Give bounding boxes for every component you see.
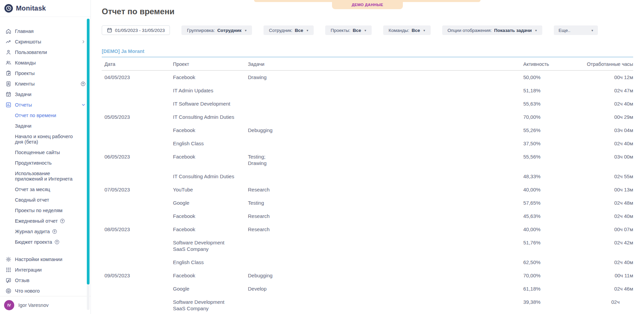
sidebar-subitem[interactable]: Отчет за месяц	[0, 184, 91, 195]
sidebar-subitem[interactable]: Посещенные сайты	[0, 147, 91, 158]
cell-hours: 02ч 40м	[557, 209, 633, 223]
filter-value: Все	[412, 28, 420, 33]
sidebar-subitem[interactable]: Продуктивность	[0, 158, 91, 168]
column-header: Дата	[102, 57, 173, 71]
time-report-section: [DEMO] Ja Morant ДатаПроектЗадачиАктивно…	[102, 49, 633, 314]
cell-project: Facebook	[173, 269, 248, 282]
logo-row[interactable]: Monitask	[0, 0, 91, 17]
sidebar-subitem-label: Начало и конец рабочего дня (бета)	[15, 134, 79, 145]
sidebar-item-label: Команды	[15, 60, 86, 66]
filter-value: Показать задачи	[494, 28, 532, 33]
sidebar-subitem-label: Проекты по неделям	[15, 208, 62, 213]
sidebar-subitem[interactable]: Использование приложений и Интернета	[0, 168, 91, 184]
sidebar-subitem[interactable]: Начало и конец рабочего дня (бета)	[0, 131, 91, 147]
cell-task: Develop	[248, 282, 523, 295]
cell-activity: 39,38%	[523, 295, 557, 314]
tasks-icon	[5, 91, 12, 97]
sidebar-item-label: Задачи	[15, 92, 86, 97]
cell-project: Facebook	[173, 209, 248, 223]
sidebar-subitem-label: Посещенные сайты	[15, 150, 60, 155]
cell-date	[102, 256, 173, 269]
upgrade-icon	[60, 218, 65, 224]
sidebar-item-feedback[interactable]: Отзыв	[0, 275, 91, 285]
cell-activity: 55,26%	[523, 124, 557, 137]
sidebar-subitem[interactable]: Отчет по времени	[0, 110, 91, 121]
cell-date: 05/05/2023	[102, 110, 173, 124]
cell-task: Debugging	[248, 269, 523, 282]
table-row: 04/05/2023FacebookDrawing50,00%00ч 12м	[102, 71, 633, 84]
cell-date: 07/05/2023	[102, 183, 173, 196]
cell-task	[248, 137, 523, 150]
teams-filter[interactable]: Команды: Все ▾	[383, 25, 431, 35]
filter-label: Группировка:	[187, 28, 215, 33]
filter-label: Опции отображения:	[448, 28, 492, 33]
cell-task: Drawing	[248, 71, 523, 84]
calendar-icon	[107, 27, 112, 33]
sidebar-subitem-label: Отчет за месяц	[15, 187, 50, 192]
cell-task	[248, 97, 523, 110]
sidebar-item-settings[interactable]: Настройки компании	[0, 254, 91, 264]
sidebar-item-clients[interactable]: Клиенты	[0, 78, 91, 89]
sidebar-item-whats-new[interactable]: Что нового	[0, 285, 91, 296]
sidebar-subitem-label: Задачи	[15, 123, 32, 129]
grouping-filter[interactable]: Группировка: Сотрудник ▾	[181, 25, 252, 35]
filter-label: Проекты:	[331, 28, 350, 33]
sidebar-item-label: Отчеты	[15, 102, 81, 108]
monitask-logo-icon	[4, 4, 13, 13]
sidebar-subitem[interactable]: Ежедневный отчет	[0, 216, 91, 226]
projects-filter[interactable]: Проекты: Все ▾	[325, 25, 372, 35]
sidebar-subitem[interactable]: Проекты по неделям	[0, 205, 91, 216]
sidebar-item-screenshots[interactable]: Скриншоты	[0, 36, 91, 47]
sidebar-subitem[interactable]: Сводный отчет	[0, 195, 91, 205]
date-range-button[interactable]: 01/05/2023 - 31/05/2023	[102, 25, 170, 35]
sidebar-item-users[interactable]: Пользователи	[0, 47, 91, 57]
sidebar-item-tasks[interactable]: Задачи	[0, 89, 91, 99]
cell-task: Research	[248, 209, 523, 223]
sidebar-item-home[interactable]: Главная	[0, 26, 91, 36]
sidebar-item-label: Скриншоты	[15, 39, 81, 44]
sidebar-item-label: Настройки компании	[15, 257, 86, 262]
cell-hours: 02ч 40м	[557, 97, 633, 110]
sidebar-item-integrations[interactable]: Интеграции	[0, 264, 91, 275]
table-row: English Class62,50%02ч 40м	[102, 256, 633, 269]
settings-icon	[5, 256, 12, 262]
cell-task: Research	[248, 183, 523, 196]
sidebar-subitem[interactable]: Бюджет проекта	[0, 237, 91, 247]
sidebar-scrollbar-thumb[interactable]	[87, 19, 90, 284]
user-menu[interactable]: IV Igor Varesnov	[0, 296, 91, 314]
sidebar-item-label: Интеграции	[15, 267, 86, 273]
sidebar-subitem[interactable]: Журнал аудита	[0, 226, 91, 237]
sidebar-item-label: Отзыв	[15, 278, 86, 283]
sidebar-item-projects[interactable]: Проекты	[0, 68, 91, 78]
cell-task: Testing	[248, 196, 523, 209]
cell-activity: 70,00%	[523, 110, 557, 124]
cell-task: Debugging	[248, 124, 523, 137]
sidebar-item-teams[interactable]: Команды	[0, 57, 91, 68]
sidebar-item-reports[interactable]: Отчеты	[0, 99, 91, 110]
cell-activity: 40,00%	[523, 223, 557, 236]
cell-task: Research	[248, 223, 523, 236]
home-icon	[5, 28, 12, 34]
column-header: Отработанные часы	[557, 57, 633, 71]
sidebar-subitem-label: Отчет по времени	[15, 113, 56, 118]
projects-icon	[5, 70, 12, 76]
upgrade-icon	[80, 81, 86, 87]
cell-task	[248, 170, 523, 183]
cell-hours: 02ч 46м	[557, 282, 633, 295]
table-row: IT Consulting Admin Duties48,33%02ч 55м	[102, 170, 633, 183]
cell-activity: 61,18%	[523, 282, 557, 295]
table-row: GoogleDevelop61,18%02ч 46м	[102, 282, 633, 295]
cell-project: English Class	[173, 137, 248, 150]
filter-bar: 01/05/2023 - 31/05/2023 Группировка: Сот…	[102, 25, 633, 35]
cell-project: Facebook	[173, 223, 248, 236]
reports-icon	[5, 102, 12, 108]
display-options-filter[interactable]: Опции отображения: Показать задачи ▾	[442, 25, 543, 35]
employee-filter[interactable]: Сотрудник: Все ▾	[264, 25, 314, 35]
table-row: 09/05/2023FacebookDebugging70,00%00ч 11м	[102, 269, 633, 282]
more-filter[interactable]: Еще.. ▾	[554, 25, 598, 35]
cell-activity: 55,63%	[523, 97, 557, 110]
sidebar-subitem[interactable]: Задачи	[0, 121, 91, 131]
sidebar-subitem-label: Продуктивность	[15, 160, 52, 166]
cell-project: IT Consulting Admin Duties	[173, 110, 248, 124]
cell-project: Facebook	[173, 71, 248, 84]
